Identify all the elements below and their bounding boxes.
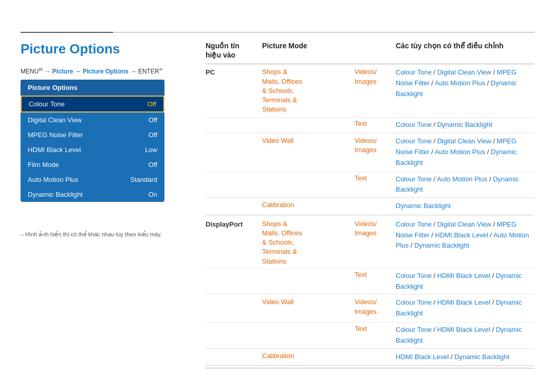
pc-shops-videos-options: Colour Tone / Digital Clean View / MPEG … xyxy=(396,67,534,99)
dp-calibration-options: HDMI Black Level / Dynamic Backlight xyxy=(396,352,534,363)
film-mode-label: Film Mode xyxy=(28,161,59,169)
opt-ct2: Colour Tone xyxy=(396,121,432,128)
page-title: Picture Options xyxy=(21,41,120,57)
pc-videowall-videos-type: Videos/Images xyxy=(355,136,396,155)
top-divider xyxy=(21,32,534,33)
pc-source-name: PC xyxy=(206,67,262,76)
opt-amp: Auto Motion Plus xyxy=(435,79,485,87)
opt-dcv: Digital Clean View xyxy=(437,68,491,76)
dp-shops-videos-type: Videos/Images xyxy=(355,219,396,238)
sep1: / xyxy=(432,68,437,76)
breadcrumb-arrow1: → xyxy=(44,68,52,75)
col-header-source: Nguồn tínhiệu vào xyxy=(206,41,262,60)
col-header-type xyxy=(355,41,396,60)
breadcrumb: MENUIII → Picture → Picture Options → EN… xyxy=(21,67,163,75)
breadcrumb-picture-options: Picture Options xyxy=(83,68,128,75)
dp-videowall-videos-options: Colour Tone / HDMI Black Level / Dynamic… xyxy=(396,297,534,319)
pc-shops-text-row: Text Colour Tone / Dynamic Backlight xyxy=(206,117,534,133)
breadcrumb-arrow2: → xyxy=(75,68,83,75)
table-body: PC Shops &Malls, Offices& Schools,Termin… xyxy=(206,64,534,368)
menu-box-title: Picture Options xyxy=(21,80,164,96)
source-block-displayport: DisplayPort Shops &Malls, Offices& Schoo… xyxy=(206,215,534,366)
hdmi-black-level-label: HDMI Black Level xyxy=(28,146,81,154)
table-headers: Nguồn tínhiệu vào Picture Mode Các tùy c… xyxy=(206,41,534,64)
auto-motion-plus-label: Auto Motion Plus xyxy=(28,176,78,183)
dp-shops-text-row: Text Colour Tone / HDMI Black Level / Dy… xyxy=(206,268,534,294)
bottom-divider xyxy=(206,368,534,368)
hdmi-black-level-value: Low xyxy=(145,146,157,154)
col-header-mode: Picture Mode xyxy=(262,41,355,60)
mpeg-noise-filter-value: Off xyxy=(149,131,157,139)
pc-videowall-row: Video Wall Videos/Images Colour Tone / D… xyxy=(206,133,534,171)
pc-videowall-videos-options: Colour Tone / Digital Clean View / MPEG … xyxy=(396,136,534,168)
menu-item-hdmi-black-level[interactable]: HDMI Black Level Low xyxy=(21,142,164,157)
pc-calibration-options: Dynamic Backlight xyxy=(396,201,534,212)
sep3: / xyxy=(430,79,435,87)
menu-item-auto-motion-plus[interactable]: Auto Motion Plus Standard xyxy=(21,172,164,187)
menu-item-film-mode[interactable]: Film Mode Off xyxy=(21,157,164,172)
dp-videowall-row: Video Wall Videos/Images Colour Tone / H… xyxy=(206,294,534,322)
col-header-options: Các tùy chọn có thể điều chỉnh xyxy=(396,41,534,60)
menu-item-dynamic-backlight[interactable]: Dynamic Backlight On xyxy=(21,187,164,202)
note-text: – Hình ảnh hiển thị có thể khác nhau tùy… xyxy=(21,231,162,238)
colour-tone-label: Colour Tone xyxy=(29,100,65,108)
menu-item-digital-clean-view[interactable]: Digital Clean View Off xyxy=(21,113,164,127)
source-block-pc: PC Shops &Malls, Offices& Schools,Termin… xyxy=(206,64,534,215)
menu-item-colour-tone[interactable]: Colour Tone Off xyxy=(21,96,164,113)
opt-db2: Dynamic Backlight xyxy=(437,121,492,128)
dp-videowall-mode: Video Wall xyxy=(262,297,355,307)
sep4: / xyxy=(485,79,491,87)
breadcrumb-picture: Picture xyxy=(52,68,73,75)
sep5: / xyxy=(432,121,437,128)
opt-colour-tone: Colour Tone xyxy=(396,68,432,76)
digital-clean-view-label: Digital Clean View xyxy=(28,116,82,124)
dp-shops-text-options: Colour Tone / HDMI Black Level / Dynamic… xyxy=(396,271,534,292)
dp-shops-mode: Shops &Malls, Offices& Schools,Terminals… xyxy=(262,219,355,266)
dp-shops-row: DisplayPort Shops &Malls, Offices& Schoo… xyxy=(206,215,534,268)
sep2: / xyxy=(491,68,497,76)
breadcrumb-enter: ENTER↵ xyxy=(138,68,163,75)
pc-shops-text-options: Colour Tone / Dynamic Backlight xyxy=(396,120,534,130)
dp-videowall-text-options: Colour Tone / HDMI Black Level / Dynamic… xyxy=(396,325,534,346)
dp-shops-videos-options: Colour Tone / Digital Clean View / MPEG … xyxy=(396,219,534,251)
dp-calibration-mode: Calibration xyxy=(262,352,355,360)
breadcrumb-menu: MENUIII xyxy=(21,68,43,75)
mpeg-noise-filter-label: MPEG Noise Filter xyxy=(28,131,83,139)
pc-videowall-text-options: Colour Tone / Auto Motion Plus / Dynamic… xyxy=(396,174,534,196)
digital-clean-view-value: Off xyxy=(149,116,157,124)
dp-shops-text-type: Text xyxy=(355,271,396,278)
pc-shops-row: PC Shops &Malls, Offices& Schools,Termin… xyxy=(206,64,534,117)
picture-options-menu: Picture Options Colour Tone Off Digital … xyxy=(21,80,164,202)
right-section: Nguồn tínhiệu vào Picture Mode Các tùy c… xyxy=(206,41,534,368)
pc-videowall-mode: Video Wall xyxy=(262,136,355,145)
breadcrumb-arrow3: → xyxy=(131,68,138,75)
menu-item-mpeg-noise-filter[interactable]: MPEG Noise Filter Off xyxy=(21,127,164,142)
pc-calibration-mode: Calibration xyxy=(262,201,355,209)
dp-videowall-text-type: Text xyxy=(355,325,396,332)
pc-shops-text-type: Text xyxy=(355,120,396,127)
pc-shops-videos-type: Videos/Images xyxy=(355,67,396,86)
dp-videowall-text-row: Text Colour Tone / HDMI Black Level / Dy… xyxy=(206,322,534,348)
dp-calibration-row: Calibration HDMI Black Level / Dynamic B… xyxy=(206,348,534,366)
dp-source-name: DisplayPort xyxy=(206,219,262,228)
pc-calibration-row: Calibration Dynamic Backlight xyxy=(206,197,534,215)
pc-shops-mode: Shops &Malls, Offices& Schools,Terminals… xyxy=(262,67,355,114)
auto-motion-plus-value: Standard xyxy=(130,176,157,183)
dynamic-backlight-label: Dynamic Backlight xyxy=(28,191,83,198)
pc-videowall-text-row: Text Colour Tone / Auto Motion Plus / Dy… xyxy=(206,172,534,198)
film-mode-value: Off xyxy=(149,161,157,169)
dp-videowall-videos-type: Videos/Images xyxy=(355,297,396,316)
colour-tone-value: Off xyxy=(147,100,156,108)
dynamic-backlight-value: On xyxy=(149,191,157,198)
pc-videowall-text-type: Text xyxy=(355,174,396,182)
